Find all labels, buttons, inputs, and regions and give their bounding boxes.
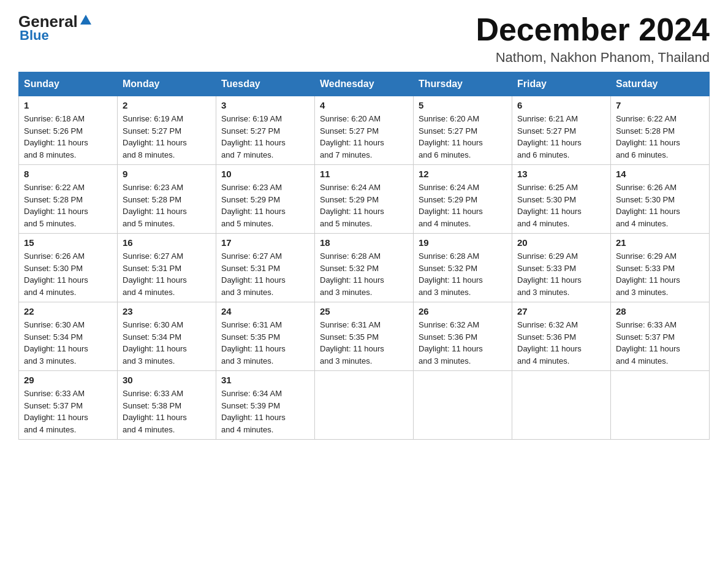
col-sunday: Sunday bbox=[19, 72, 118, 96]
day-number: 14 bbox=[616, 169, 704, 179]
calendar-cell: 9 Sunrise: 6:23 AM Sunset: 5:28 PM Dayli… bbox=[118, 165, 216, 234]
calendar-cell: 17 Sunrise: 6:27 AM Sunset: 5:31 PM Dayl… bbox=[216, 234, 315, 302]
calendar-cell: 26 Sunrise: 6:32 AM Sunset: 5:36 PM Dayl… bbox=[414, 302, 512, 371]
day-number: 6 bbox=[517, 100, 605, 110]
calendar-cell: 12 Sunrise: 6:24 AM Sunset: 5:29 PM Dayl… bbox=[414, 165, 512, 234]
calendar-week-4: 22 Sunrise: 6:30 AM Sunset: 5:34 PM Dayl… bbox=[19, 302, 710, 371]
day-info: Sunrise: 6:21 AM Sunset: 5:27 PM Dayligh… bbox=[517, 113, 605, 161]
day-number: 25 bbox=[320, 306, 408, 316]
col-monday: Monday bbox=[118, 72, 216, 96]
day-info: Sunrise: 6:23 AM Sunset: 5:28 PM Dayligh… bbox=[123, 182, 211, 229]
calendar-cell: 19 Sunrise: 6:28 AM Sunset: 5:32 PM Dayl… bbox=[414, 234, 512, 302]
day-info: Sunrise: 6:32 AM Sunset: 5:36 PM Dayligh… bbox=[419, 319, 507, 367]
day-number: 26 bbox=[419, 306, 507, 316]
day-info: Sunrise: 6:32 AM Sunset: 5:36 PM Dayligh… bbox=[517, 319, 605, 367]
day-number: 19 bbox=[419, 237, 507, 248]
day-info: Sunrise: 6:23 AM Sunset: 5:29 PM Dayligh… bbox=[221, 182, 309, 229]
day-info: Sunrise: 6:27 AM Sunset: 5:31 PM Dayligh… bbox=[221, 250, 309, 298]
day-number: 24 bbox=[221, 306, 309, 316]
day-number: 12 bbox=[419, 169, 507, 179]
calendar-cell: 6 Sunrise: 6:21 AM Sunset: 5:27 PM Dayli… bbox=[512, 96, 611, 165]
day-number: 22 bbox=[24, 306, 112, 316]
day-info: Sunrise: 6:22 AM Sunset: 5:28 PM Dayligh… bbox=[616, 113, 704, 161]
title-block: December 2024 Nathom, Nakhon Phanom, Tha… bbox=[476, 12, 710, 66]
day-info: Sunrise: 6:20 AM Sunset: 5:27 PM Dayligh… bbox=[419, 113, 507, 161]
day-number: 3 bbox=[221, 100, 309, 110]
calendar-cell: 4 Sunrise: 6:20 AM Sunset: 5:27 PM Dayli… bbox=[315, 96, 414, 165]
logo-blue-text: Blue bbox=[20, 28, 49, 44]
day-info: Sunrise: 6:24 AM Sunset: 5:29 PM Dayligh… bbox=[419, 182, 507, 229]
day-number: 2 bbox=[123, 100, 211, 110]
day-number: 31 bbox=[221, 375, 309, 385]
day-number: 20 bbox=[517, 237, 605, 248]
day-number: 16 bbox=[123, 237, 211, 248]
day-info: Sunrise: 6:24 AM Sunset: 5:29 PM Dayligh… bbox=[320, 182, 408, 229]
day-info: Sunrise: 6:20 AM Sunset: 5:27 PM Dayligh… bbox=[320, 113, 408, 161]
day-number: 7 bbox=[616, 100, 704, 110]
day-number: 18 bbox=[320, 237, 408, 248]
day-number: 17 bbox=[221, 237, 309, 248]
day-number: 5 bbox=[419, 100, 507, 110]
day-number: 9 bbox=[123, 169, 211, 179]
day-number: 27 bbox=[517, 306, 605, 316]
day-info: Sunrise: 6:28 AM Sunset: 5:32 PM Dayligh… bbox=[419, 250, 507, 298]
day-info: Sunrise: 6:19 AM Sunset: 5:27 PM Dayligh… bbox=[123, 113, 211, 161]
day-number: 1 bbox=[24, 100, 112, 110]
calendar-cell: 16 Sunrise: 6:27 AM Sunset: 5:31 PM Dayl… bbox=[118, 234, 216, 302]
col-tuesday: Tuesday bbox=[216, 72, 315, 96]
col-saturday: Saturday bbox=[611, 72, 710, 96]
calendar-week-5: 29 Sunrise: 6:33 AM Sunset: 5:37 PM Dayl… bbox=[19, 371, 710, 440]
day-number: 29 bbox=[24, 375, 112, 385]
day-info: Sunrise: 6:22 AM Sunset: 5:28 PM Dayligh… bbox=[24, 182, 112, 229]
calendar-week-3: 15 Sunrise: 6:26 AM Sunset: 5:30 PM Dayl… bbox=[19, 234, 710, 302]
calendar-cell: 7 Sunrise: 6:22 AM Sunset: 5:28 PM Dayli… bbox=[611, 96, 710, 165]
calendar-cell: 23 Sunrise: 6:30 AM Sunset: 5:34 PM Dayl… bbox=[118, 302, 216, 371]
day-number: 21 bbox=[616, 237, 704, 248]
day-info: Sunrise: 6:34 AM Sunset: 5:39 PM Dayligh… bbox=[221, 388, 309, 435]
calendar-header-row: Sunday Monday Tuesday Wednesday Thursday… bbox=[19, 72, 710, 96]
page-header: General Blue December 2024 Nathom, Nakho… bbox=[18, 12, 710, 66]
day-info: Sunrise: 6:29 AM Sunset: 5:33 PM Dayligh… bbox=[517, 250, 605, 298]
day-info: Sunrise: 6:30 AM Sunset: 5:34 PM Dayligh… bbox=[123, 319, 211, 367]
day-info: Sunrise: 6:30 AM Sunset: 5:34 PM Dayligh… bbox=[24, 319, 112, 367]
calendar-cell: 1 Sunrise: 6:18 AM Sunset: 5:26 PM Dayli… bbox=[19, 96, 118, 165]
day-number: 23 bbox=[123, 306, 211, 316]
calendar-cell: 25 Sunrise: 6:31 AM Sunset: 5:35 PM Dayl… bbox=[315, 302, 414, 371]
calendar-table: Sunday Monday Tuesday Wednesday Thursday… bbox=[18, 72, 710, 440]
calendar-cell bbox=[315, 371, 414, 440]
calendar-cell: 8 Sunrise: 6:22 AM Sunset: 5:28 PM Dayli… bbox=[19, 165, 118, 234]
calendar-cell: 18 Sunrise: 6:28 AM Sunset: 5:32 PM Dayl… bbox=[315, 234, 414, 302]
calendar-cell: 27 Sunrise: 6:32 AM Sunset: 5:36 PM Dayl… bbox=[512, 302, 611, 371]
col-wednesday: Wednesday bbox=[315, 72, 414, 96]
calendar-cell: 10 Sunrise: 6:23 AM Sunset: 5:29 PM Dayl… bbox=[216, 165, 315, 234]
calendar-cell: 15 Sunrise: 6:26 AM Sunset: 5:30 PM Dayl… bbox=[19, 234, 118, 302]
day-info: Sunrise: 6:33 AM Sunset: 5:38 PM Dayligh… bbox=[123, 388, 211, 435]
col-thursday: Thursday bbox=[414, 72, 512, 96]
calendar-cell bbox=[512, 371, 611, 440]
day-info: Sunrise: 6:25 AM Sunset: 5:30 PM Dayligh… bbox=[517, 182, 605, 229]
day-info: Sunrise: 6:26 AM Sunset: 5:30 PM Dayligh… bbox=[24, 250, 112, 298]
calendar-week-2: 8 Sunrise: 6:22 AM Sunset: 5:28 PM Dayli… bbox=[19, 165, 710, 234]
calendar-cell: 14 Sunrise: 6:26 AM Sunset: 5:30 PM Dayl… bbox=[611, 165, 710, 234]
location-title: Nathom, Nakhon Phanom, Thailand bbox=[476, 50, 710, 66]
calendar-cell: 20 Sunrise: 6:29 AM Sunset: 5:33 PM Dayl… bbox=[512, 234, 611, 302]
logo: General Blue bbox=[18, 12, 93, 44]
day-number: 4 bbox=[320, 100, 408, 110]
day-number: 30 bbox=[123, 375, 211, 385]
calendar-cell: 5 Sunrise: 6:20 AM Sunset: 5:27 PM Dayli… bbox=[414, 96, 512, 165]
day-info: Sunrise: 6:26 AM Sunset: 5:30 PM Dayligh… bbox=[616, 182, 704, 229]
calendar-cell: 13 Sunrise: 6:25 AM Sunset: 5:30 PM Dayl… bbox=[512, 165, 611, 234]
day-number: 28 bbox=[616, 306, 704, 316]
calendar-cell: 21 Sunrise: 6:29 AM Sunset: 5:33 PM Dayl… bbox=[611, 234, 710, 302]
calendar-cell: 11 Sunrise: 6:24 AM Sunset: 5:29 PM Dayl… bbox=[315, 165, 414, 234]
day-number: 10 bbox=[221, 169, 309, 179]
calendar-cell: 29 Sunrise: 6:33 AM Sunset: 5:37 PM Dayl… bbox=[19, 371, 118, 440]
calendar-cell bbox=[611, 371, 710, 440]
day-info: Sunrise: 6:33 AM Sunset: 5:37 PM Dayligh… bbox=[24, 388, 112, 435]
day-number: 15 bbox=[24, 237, 112, 248]
day-number: 8 bbox=[24, 169, 112, 179]
day-info: Sunrise: 6:31 AM Sunset: 5:35 PM Dayligh… bbox=[221, 319, 309, 367]
calendar-cell: 31 Sunrise: 6:34 AM Sunset: 5:39 PM Dayl… bbox=[216, 371, 315, 440]
month-title: December 2024 bbox=[476, 12, 710, 47]
col-friday: Friday bbox=[512, 72, 611, 96]
